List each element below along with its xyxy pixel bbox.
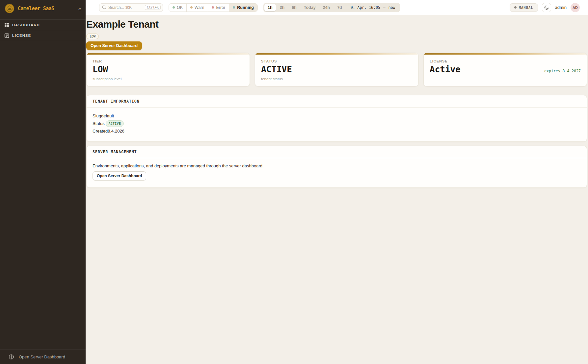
brand-title: Cameleer SaaS [18, 6, 54, 12]
search-icon [102, 5, 106, 10]
tier-badge: LOW [86, 34, 99, 39]
license-card-value: Active [430, 65, 461, 74]
time-range-group: 1h 3h 6h Today 24h 7d 9. Apr. 16:05 — no… [263, 3, 400, 12]
time-range-display: 9. Apr. 16:05 — now [346, 5, 399, 10]
tier-card: TIER LOW subscription level [86, 53, 250, 86]
status-card-sublabel: tenant status [261, 77, 412, 81]
time-range-7d[interactable]: 7d [334, 4, 345, 11]
brand-logo-icon [5, 4, 14, 13]
slug-label: Slug [93, 113, 101, 118]
open-server-dashboard-button[interactable]: Open Server Dashboard [86, 41, 142, 50]
status-filter-label: Error [216, 5, 225, 10]
topbar: Ctrl+K OK Warn Error Running 1h 3h 6h To… [86, 0, 588, 15]
sidebar-footer-label: Open Server Dashboard [19, 354, 65, 359]
manual-mode-button[interactable]: MANUAL [510, 3, 538, 12]
page-title: Example Tenant [86, 19, 587, 30]
status-filter-group: OK Warn Error Running [169, 3, 258, 12]
time-separator: — [380, 5, 388, 10]
license-expiry: expires 8.4.2027 [544, 69, 581, 73]
document-icon [4, 33, 9, 38]
status-filter-label: Warn [195, 5, 204, 10]
ok-status-dot [173, 6, 175, 9]
sidebar-item-license[interactable]: LICENSE [0, 30, 86, 41]
tenant-information-section: TENANT INFORMATION Slugdefault StatusACT… [86, 95, 587, 141]
time-range-24h[interactable]: 24h [320, 4, 334, 11]
status-filter-label: OK [177, 5, 183, 10]
created-label: Created [93, 129, 108, 133]
open-server-dashboard-secondary-button[interactable]: Open Server Dashboard [93, 171, 146, 181]
sidebar: Cameleer SaaS « DASHBOARD LICENSE Open S… [0, 0, 86, 364]
globe-icon [9, 354, 14, 360]
status-filter-warn[interactable]: Warn [186, 4, 208, 12]
search-box[interactable]: Ctrl+K [99, 3, 163, 12]
time-range-3h[interactable]: 3h [277, 4, 288, 11]
sidebar-item-dashboard[interactable]: DASHBOARD [0, 19, 86, 30]
license-card-label: LICENSE [430, 59, 581, 63]
search-input[interactable] [108, 5, 143, 10]
tier-card-sublabel: subscription level [93, 77, 244, 81]
tier-card-label: TIER [93, 59, 244, 63]
server-management-description: Environments, applications, and deployme… [93, 163, 581, 168]
status-card-label: STATUS [261, 59, 412, 63]
server-management-title: SERVER MANAGEMENT [87, 146, 587, 158]
sidebar-header: Cameleer SaaS « [0, 0, 86, 17]
tier-card-value: LOW [93, 65, 108, 74]
running-status-dot [233, 6, 235, 9]
license-card: LICENSE Active expires 8.4.2027 [423, 53, 587, 86]
status-filter-ok[interactable]: OK [169, 4, 186, 12]
status-filter-label: Running [237, 5, 254, 10]
warn-status-dot [190, 6, 193, 9]
tier-badge-row: LOW [86, 33, 587, 41]
tenant-slug-row: Slugdefault [93, 113, 581, 119]
manual-dot [514, 6, 517, 9]
created-value: 8.4.2026 [108, 129, 124, 133]
main-content: Example Tenant LOW Open Server Dashboard… [86, 0, 588, 188]
error-status-dot [212, 6, 214, 9]
sidebar-item-label: LICENSE [12, 34, 31, 37]
status-card-value: ACTIVE [261, 65, 292, 74]
status-label: Status [93, 121, 105, 126]
theme-toggle-button[interactable] [542, 3, 551, 12]
time-range-6h[interactable]: 6h [288, 4, 300, 11]
time-to: now [388, 5, 395, 10]
active-status-badge: ACTIVE [106, 120, 124, 127]
slug-value: default [101, 113, 114, 118]
server-management-section: SERVER MANAGEMENT Environments, applicat… [86, 146, 587, 188]
tenant-information-title: TENANT INFORMATION [87, 95, 587, 108]
sidebar-collapse-icon[interactable]: « [78, 6, 81, 11]
user-avatar[interactable]: AD [571, 3, 580, 12]
tenant-status-row: StatusACTIVE [93, 120, 581, 127]
stat-cards-row: TIER LOW subscription level STATUS ACTIV… [86, 53, 587, 86]
status-filter-error[interactable]: Error [208, 4, 229, 12]
tenant-created-row: Created8.4.2026 [93, 128, 581, 134]
sidebar-nav: DASHBOARD LICENSE [0, 19, 86, 41]
sidebar-open-server-dashboard[interactable]: Open Server Dashboard [0, 350, 86, 364]
time-range-today[interactable]: Today [301, 4, 319, 11]
manual-label: MANUAL [519, 6, 533, 10]
time-range-1h[interactable]: 1h [264, 4, 276, 11]
topbar-right-cluster: MANUAL admin AD [510, 3, 580, 12]
sidebar-item-label: DASHBOARD [12, 23, 40, 27]
time-from: 9. Apr. 16:05 [351, 5, 380, 10]
grid-icon [4, 22, 9, 27]
search-shortcut-badge: Ctrl+K [145, 5, 161, 10]
moon-icon [544, 5, 549, 10]
status-filter-running[interactable]: Running [229, 4, 257, 12]
status-card: STATUS ACTIVE tenant status [255, 53, 418, 86]
username-label: admin [555, 5, 567, 10]
